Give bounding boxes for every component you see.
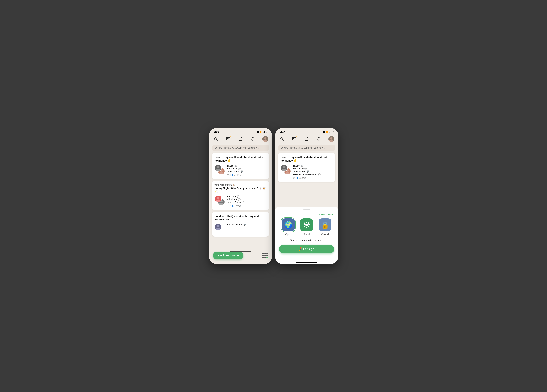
svg-point-25 [330,137,332,140]
right-avatar-hustler-m [281,165,288,172]
svg-point-36 [304,222,306,224]
room-stats-1: 110 👤 / 14 💬 [227,174,267,176]
right-signal-icon [322,131,325,133]
svg-point-35 [308,224,310,226]
right-battery-icon [329,131,334,133]
room-category-2: WINE AND SPIRITS 🏠 [215,184,267,186]
svg-point-13 [217,197,219,199]
start-room-button[interactable]: + + Start a room [213,252,243,259]
room-card-3[interactable]: Food and life Q and A with Gary and Eric… [212,212,269,237]
wifi-icon: 📶 [260,131,262,133]
room-type-closed[interactable]: 🔒 Closed [319,218,331,236]
room-type-description: Start a room open to everyone [279,239,334,242]
dot-6 [267,255,268,256]
calendar-icon[interactable] [238,136,243,142]
left-bottom-bar: + + Start a room [209,250,272,264]
closed-icon: 🔒 [319,218,331,231]
grid-menu-icon[interactable] [262,253,268,259]
avatars-stack-2 [215,195,225,206]
dot-4 [262,255,264,256]
lets-go-label: 🎉 Let's go [299,247,314,251]
right-scheduled-time: 1:00 PM [281,146,288,149]
room-type-social[interactable]: Social [300,218,313,236]
right-phone: 9:17 📶 [275,128,338,264]
right-room-title-1: How to buy a million dollar domain with … [281,156,333,163]
right-search-icon[interactable] [279,136,285,142]
room-speakers-3: Eric Stonestreet 💬 [215,223,267,234]
right-speaker-hustler: Hustler 💬 [293,165,333,167]
svg-line-1 [216,140,217,140]
room-type-open[interactable]: 🌍 Open [282,218,295,236]
bottom-sheet: + Add a Topic 🌍 Open [275,207,338,260]
right-compose-icon[interactable] [291,136,297,142]
left-status-time: 9:06 [214,130,219,133]
dot-9 [267,257,268,259]
room-title-1: How to buy a million dollar domain with … [215,156,267,163]
bell-icon[interactable] [250,136,256,142]
room-title-2: Friday Night, What's in your Glass? 🍷 🥃 … [215,187,267,193]
right-speaker-edna: Edna Bibb 💬 [293,167,333,170]
right-status-bar: 9:17 📶 [275,128,338,135]
right-bell-icon[interactable] [316,136,322,142]
right-status-icons: 📶 [322,131,334,133]
avatar[interactable] [262,136,268,142]
speaker-joseph: Joseph Badaro 💬 [227,201,267,204]
room-card-2[interactable]: WINE AND SPIRITS 🏠 Friday Night, What's … [212,181,269,210]
svg-point-7 [264,137,266,140]
right-avatar[interactable] [328,136,334,142]
svg-point-31 [305,224,308,226]
avatar-hustler-m [215,165,222,172]
right-wifi-icon: 📶 [326,131,328,133]
compose-icon[interactable] [225,136,231,142]
lets-go-button[interactable]: 🎉 Let's go [279,245,334,253]
right-speakers-list-1: Hustler 💬 Edna Bibb 💬 Joe Charette 💬 Hea… [293,165,333,179]
svg-point-32 [306,222,307,223]
left-nav-bar [209,135,272,145]
svg-point-38 [308,222,309,224]
right-scheduled-banner[interactable]: 1:00 PM Tech & VC & Culture in Europe #.… [278,145,335,151]
svg-point-39 [304,226,306,227]
right-room-speakers-1: Hustler 💬 Edna Bibb 💬 Joe Charette 💬 Hea… [281,165,333,179]
dot-1 [262,253,264,254]
avatars-stack-1 [215,165,225,175]
scheduled-time: 1:00 PM [215,146,222,149]
right-speaker-joe: Joe Charette 💬 [293,170,333,173]
scheduled-banner[interactable]: 1:00 PM Tech & VC & Culture in Europe #.… [212,145,269,151]
svg-point-17 [217,225,219,227]
room-title-3: Food and life Q and A with Gary and Eric… [215,215,267,221]
avatar-kat [215,195,222,202]
start-room-label: + Start a room [220,254,239,257]
speakers-list-3: Eric Stonestreet 💬 [227,223,267,226]
svg-point-33 [306,226,307,228]
speaker-kat: Kat Stark 💬 [227,195,267,198]
social-label: Social [303,233,310,236]
left-phone: 9:06 📶 [209,128,272,264]
closed-label: Closed [321,233,329,236]
add-topic-button[interactable]: + Add a Topic [279,213,334,216]
left-status-bar: 9:06 📶 [209,128,272,135]
dot-7 [262,257,264,259]
room-speakers-2: Kat Stark 💬 Ari Bildner 💬 Joseph Badaro … [215,195,267,207]
speaker-edna: Edna Bibb 💬 [227,167,267,170]
dot-5 [264,255,266,256]
right-nav-bar [275,135,338,145]
svg-line-19 [282,140,283,140]
svg-rect-2 [239,138,242,141]
search-icon[interactable] [213,136,219,142]
right-room-card-1[interactable]: How to buy a million dollar domain with … [278,153,335,182]
svg-point-9 [217,166,219,168]
room-stats-2: 223 👤 / 20 💬 [227,205,267,207]
right-calendar-icon[interactable] [304,136,309,142]
plus-icon: + [218,254,219,257]
speaker-hustler: Hustler 💬 [227,165,267,167]
open-icon: 🌍 [282,218,295,231]
svg-point-37 [308,226,309,227]
speakers-list-1: Hustler 💬 Edna Bibb 💬 Joe Charette 💬 110… [227,165,267,176]
open-label: Open [285,233,291,236]
svg-point-34 [304,224,305,226]
svg-point-27 [283,166,285,168]
right-home-indicator [296,262,317,263]
room-card-1[interactable]: How to buy a million dollar domain with … [212,153,269,179]
speaker-joe: Joe Charette 💬 [227,170,267,173]
room-speakers-1: Hustler 💬 Edna Bibb 💬 Joe Charette 💬 110… [215,165,267,176]
